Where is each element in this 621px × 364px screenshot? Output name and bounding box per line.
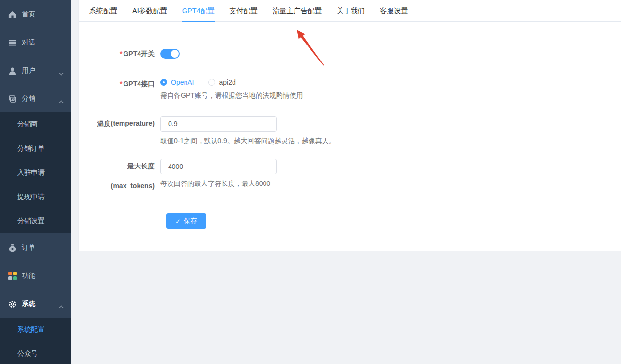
sidebar-item-chat[interactable]: 对话 <box>0 29 71 56</box>
features-grid-icon <box>8 272 17 281</box>
sidebar-subitem-official-account[interactable]: 公众号 <box>0 342 71 364</box>
distribution-submenu: 分销商 分销订单 入驻申请 提现申请 分销设置 <box>0 112 71 233</box>
radio-selected-icon <box>160 79 167 86</box>
temperature-input[interactable] <box>160 116 277 132</box>
sidebar-item-label: 功能 <box>22 272 35 280</box>
sidebar-item-label: 分销 <box>22 94 35 103</box>
sidebar-item-label: 用户 <box>22 66 35 75</box>
switch-knob <box>171 50 179 58</box>
gpt4-api-radio-group: OpenAI api2d <box>160 78 303 86</box>
home-icon <box>8 10 17 19</box>
sidebar-item-system[interactable]: 系统 <box>0 290 71 318</box>
user-icon <box>8 66 17 76</box>
required-asterisk: * <box>120 50 122 58</box>
radio-unselected-icon <box>208 79 215 86</box>
radio-api2d[interactable]: api2d <box>208 78 235 86</box>
form-row-max-tokens: 最大长度 (max_tokens) 每次回答的最大字符长度，最大8000 <box>79 159 621 191</box>
tab-payment-config[interactable]: 支付配置 <box>230 6 258 21</box>
main-area: 系统配置 AI参数配置 GPT4配置 支付配置 流量主广告配置 关于我们 客服设… <box>71 0 621 364</box>
sidebar: 首页 对话 用户 分销 分销商 分销订单 入驻申请 提现申请 分销设置 <box>0 0 71 364</box>
max-tokens-label: 最大长度 (max_tokens) <box>79 159 160 191</box>
sidebar-subitem-system-config[interactable]: 系统配置 <box>0 318 71 342</box>
chat-list-icon <box>8 38 17 47</box>
form-row-temperature: 温度(temperature) 取值0-1之间，默认0.9。越大回答问题越灵活，… <box>79 116 621 146</box>
max-tokens-help-text: 每次回答的最大字符长度，最大8000 <box>160 179 277 188</box>
chevron-up-icon <box>59 303 64 306</box>
tab-gpt4-config[interactable]: GPT4配置 <box>182 6 215 21</box>
content-panel: 系统配置 AI参数配置 GPT4配置 支付配置 流量主广告配置 关于我们 客服设… <box>78 0 621 251</box>
form-row-gpt4-switch: *GPT4开关 <box>79 48 621 59</box>
tab-customer-service-config[interactable]: 客服设置 <box>380 6 408 21</box>
sidebar-item-label: 系统 <box>22 300 35 308</box>
sidebar-item-features[interactable]: 功能 <box>0 262 71 289</box>
sidebar-item-label: 对话 <box>22 38 35 47</box>
tab-system-config[interactable]: 系统配置 <box>89 6 117 21</box>
tab-ai-params-config[interactable]: AI参数配置 <box>132 6 167 21</box>
gpt4-switch-label: *GPT4开关 <box>79 48 160 59</box>
sidebar-item-users[interactable]: 用户 <box>0 57 71 84</box>
sidebar-subitem-distribution-orders[interactable]: 分销订单 <box>0 136 71 161</box>
config-tab-bar: 系统配置 AI参数配置 GPT4配置 支付配置 流量主广告配置 关于我们 客服设… <box>79 0 621 22</box>
check-icon: ✓ <box>175 218 181 225</box>
sidebar-subitem-distribution-settings[interactable]: 分销设置 <box>0 209 71 233</box>
sidebar-subitem-entry-applications[interactable]: 入驻申请 <box>0 161 71 185</box>
required-asterisk: * <box>120 80 122 88</box>
sidebar-item-label: 首页 <box>22 10 35 19</box>
radio-openai[interactable]: OpenAI <box>160 78 194 86</box>
gear-icon <box>8 300 17 309</box>
max-tokens-input[interactable] <box>160 159 277 174</box>
distribution-icon <box>8 94 17 104</box>
gpt4-api-help-text: 需自备GPT账号，请根据您当地的法规酌情使用 <box>160 91 303 100</box>
tab-about-us[interactable]: 关于我们 <box>337 6 365 21</box>
save-button-label: 保存 <box>184 217 197 226</box>
gpt4-api-label: *GPT4接口 <box>79 78 160 89</box>
system-submenu: 系统配置 公众号 <box>0 318 71 364</box>
temperature-label: 温度(temperature) <box>79 116 160 129</box>
chevron-up-icon <box>59 97 64 101</box>
form-row-gpt4-api: *GPT4接口 OpenAI api2d 需自备GPT账号，请根据您当地的法规酌 <box>79 78 621 100</box>
money-bag-icon <box>8 243 17 253</box>
sidebar-item-home[interactable]: 首页 <box>0 1 71 28</box>
gpt4-config-form: *GPT4开关 *GPT4接口 OpenAI <box>79 22 621 229</box>
chevron-down-icon <box>59 69 64 73</box>
sidebar-item-distribution[interactable]: 分销 <box>0 85 71 112</box>
gpt4-switch-toggle[interactable] <box>160 49 180 59</box>
sidebar-subitem-distributors[interactable]: 分销商 <box>0 112 71 136</box>
sidebar-item-orders[interactable]: 订单 <box>0 234 71 261</box>
save-button[interactable]: ✓ 保存 <box>166 213 206 229</box>
sidebar-subitem-withdraw-applications[interactable]: 提现申请 <box>0 185 71 209</box>
temperature-help-text: 取值0-1之间，默认0.9。越大回答问题越灵活，越像真人。 <box>160 136 336 146</box>
sidebar-item-label: 订单 <box>22 243 35 252</box>
tab-traffic-ads-config[interactable]: 流量主广告配置 <box>273 6 322 21</box>
